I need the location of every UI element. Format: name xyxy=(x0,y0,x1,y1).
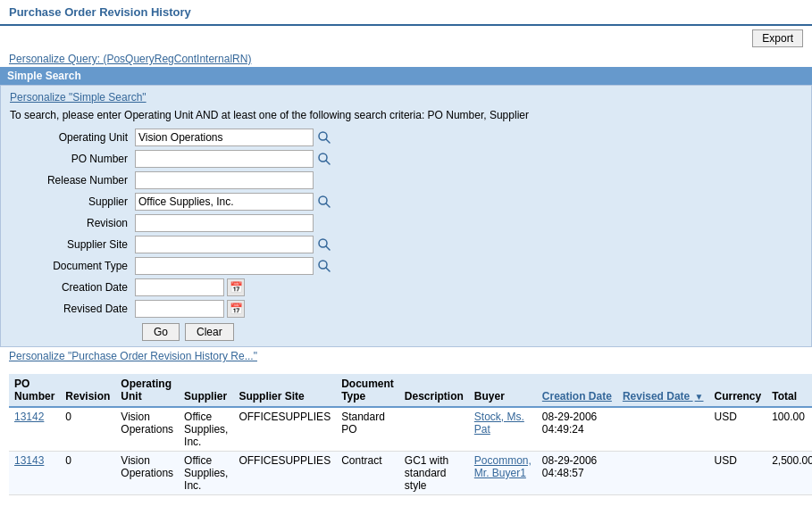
document-type-row: Document Type xyxy=(10,257,802,275)
revision-input[interactable] xyxy=(135,214,314,232)
total-cell: 100.00 xyxy=(766,407,812,452)
svg-line-1 xyxy=(326,139,330,143)
operating-unit-search-icon[interactable] xyxy=(316,129,332,145)
svg-line-7 xyxy=(326,246,330,250)
revision-cell: 0 xyxy=(60,452,115,495)
currency-cell: USD xyxy=(709,452,767,495)
export-button[interactable]: Export xyxy=(752,29,803,47)
po-number-search-icon[interactable] xyxy=(316,151,332,167)
revision-row: Revision xyxy=(10,214,802,232)
supplier-site-search-icon[interactable] xyxy=(316,237,332,253)
col-operating-unit: OperatingUnit xyxy=(115,374,179,407)
revised-date-cell xyxy=(617,407,709,452)
po-number-label: PO Number xyxy=(10,153,135,165)
supplier-search-icon[interactable] xyxy=(316,194,332,210)
po-number-input[interactable] xyxy=(135,150,314,168)
revision-cell: 0 xyxy=(60,407,115,452)
personalize-simple-search-link[interactable]: Personalize "Simple Search" xyxy=(10,91,802,107)
revised-date-calendar-icon[interactable]: 📅 xyxy=(227,300,245,318)
revised-date-sort-arrow: ▼ xyxy=(695,392,704,402)
personalize-query-link[interactable]: Personalize Query: (PosQueryRegContInter… xyxy=(0,51,812,67)
buyer-link[interactable]: Stock, Ms. Pat xyxy=(474,411,524,436)
table-row: 131430Vision OperationsOffice Supplies, … xyxy=(9,452,812,495)
document-type-input[interactable] xyxy=(135,257,314,275)
svg-line-3 xyxy=(326,161,330,164)
document-type-cell: Contract xyxy=(336,452,399,495)
revised-date-label: Revised Date xyxy=(10,303,135,315)
export-bar: Export xyxy=(0,26,812,51)
col-total: Total xyxy=(766,374,812,407)
operating-unit-label: Operating Unit xyxy=(10,131,135,144)
svg-line-5 xyxy=(326,203,330,207)
description-cell xyxy=(399,407,469,452)
page-title: Purchase Order Revision History xyxy=(9,5,191,19)
col-document-type: DocumentType xyxy=(336,374,399,407)
supplier-row: Supplier xyxy=(10,193,802,211)
col-revised-date[interactable]: Revised Date ▼ xyxy=(617,374,709,407)
creation-date-label: Creation Date xyxy=(10,281,135,294)
creation-date-cell: 08-29-2006 04:48:57 xyxy=(537,452,617,495)
operating-unit-cell: Vision Operations xyxy=(115,452,179,495)
col-currency: Currency xyxy=(709,374,767,407)
personalize-results-link[interactable]: Personalize "Purchase Order Revision His… xyxy=(9,350,803,362)
col-supplier: Supplier xyxy=(179,374,233,407)
document-type-label: Document Type xyxy=(10,260,135,272)
supplier-cell: Office Supplies, Inc. xyxy=(179,407,233,452)
operating-unit-input[interactable] xyxy=(135,129,314,146)
po-number-link[interactable]: 13142 xyxy=(14,411,44,423)
col-revision: Revision xyxy=(60,374,115,407)
supplier-input[interactable] xyxy=(135,193,314,211)
supplier-site-input[interactable] xyxy=(135,236,314,253)
po-number-row: PO Number xyxy=(10,150,802,168)
document-type-search-icon[interactable] xyxy=(316,258,332,274)
col-buyer: Buyer xyxy=(469,374,537,407)
currency-cell: USD xyxy=(709,407,767,452)
col-po-number: PONumber xyxy=(9,374,60,407)
simple-search-header: Simple Search xyxy=(0,67,812,85)
release-number-label: Release Number xyxy=(10,174,135,187)
supplier-site-row: Supplier Site xyxy=(10,236,802,253)
operating-unit-cell: Vision Operations xyxy=(115,407,179,452)
page-header: Purchase Order Revision History xyxy=(0,0,812,25)
creation-date-cell: 08-29-2006 04:49:24 xyxy=(537,407,617,452)
total-cell: 2,500.00 xyxy=(766,452,812,495)
table-row: 131420Vision OperationsOffice Supplies, … xyxy=(9,407,812,452)
buyer-link[interactable]: Pocommon, Mr. Buyer1 xyxy=(474,454,532,479)
supplier-site-label: Supplier Site xyxy=(10,238,135,251)
po-number-link[interactable]: 13143 xyxy=(14,454,44,467)
creation-date-calendar-icon[interactable]: 📅 xyxy=(227,278,245,296)
col-supplier-site: Supplier Site xyxy=(233,374,336,407)
revised-date-row: Revised Date 📅 xyxy=(10,300,802,318)
document-type-cell: Standard PO xyxy=(336,407,399,452)
col-description: Description xyxy=(399,374,469,407)
release-number-row: Release Number xyxy=(10,171,802,189)
supplier-site-cell: OFFICESUPPLIES xyxy=(233,452,336,495)
bottom-personalize-area: Personalize "Purchase Order Revision His… xyxy=(0,347,812,365)
supplier-label: Supplier xyxy=(10,195,135,208)
col-creation-date[interactable]: Creation Date xyxy=(537,374,617,407)
results-area: PONumber Revision OperatingUnit Supplier… xyxy=(0,365,812,504)
search-buttons: Go Clear xyxy=(142,323,802,341)
release-number-input[interactable] xyxy=(135,171,314,189)
operating-unit-row: Operating Unit xyxy=(10,129,802,146)
creation-date-row: Creation Date 📅 xyxy=(10,278,802,296)
description-cell: GC1 with standard style xyxy=(399,452,469,495)
revised-date-input[interactable] xyxy=(135,300,224,318)
creation-date-input[interactable] xyxy=(135,278,224,296)
search-instruction: To search, please enter Operating Unit A… xyxy=(10,107,802,123)
search-area: Personalize "Simple Search" To search, p… xyxy=(0,85,812,347)
clear-button[interactable]: Clear xyxy=(185,323,234,341)
supplier-cell: Office Supplies, Inc. xyxy=(179,452,233,495)
go-button[interactable]: Go xyxy=(142,323,180,341)
supplier-site-cell: OFFICESUPPLIES xyxy=(233,407,336,452)
revised-date-cell xyxy=(617,452,709,495)
results-header-row: PONumber Revision OperatingUnit Supplier… xyxy=(9,374,812,407)
svg-line-9 xyxy=(326,268,330,271)
revision-label: Revision xyxy=(10,217,135,229)
results-table: PONumber Revision OperatingUnit Supplier… xyxy=(9,374,812,495)
